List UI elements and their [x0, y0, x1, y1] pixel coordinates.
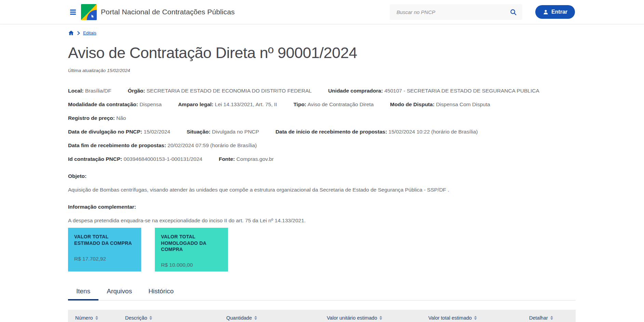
meta-field-local: Local: Brasília/DF	[68, 88, 111, 94]
search-icon	[510, 9, 517, 16]
metadata: Local: Brasília/DF Órgão: SECRETARIA DE …	[68, 88, 576, 162]
search-input[interactable]	[396, 9, 510, 15]
breadcrumb-editais[interactable]: Editais	[83, 30, 96, 36]
meta-row: Data de divulgação no PNCP: 15/02/2024 S…	[68, 129, 576, 135]
sort-icon	[379, 316, 382, 320]
breadcrumb: Editais	[68, 30, 576, 36]
meta-field-orgao: Órgão: SECRETARIA DE ESTADO DE ECONOMIA …	[128, 88, 312, 94]
chevron-right-icon	[77, 31, 80, 35]
meta-label: Id contratação PNCP:	[68, 156, 122, 162]
app-header: Portal Nacional de Contratações Públicas…	[0, 0, 644, 24]
meta-value: Compras.gov.br	[235, 156, 273, 162]
meta-label: Órgão:	[128, 88, 145, 94]
meta-label: Unidade compradora:	[328, 88, 383, 94]
tab-arquivos[interactable]: Arquivos	[98, 288, 140, 300]
tabs: Itens Arquivos Histórico	[68, 288, 576, 300]
meta-label: Data fim de recebimento de propostas:	[68, 142, 166, 148]
search-box	[390, 4, 522, 20]
user-icon	[543, 9, 549, 15]
meta-field-modalidade: Modalidade da contratação: Dispensa	[68, 101, 162, 108]
sort-icon	[95, 316, 98, 320]
meta-row: Modalidade da contratação: Dispensa Ampa…	[68, 101, 576, 108]
meta-row: Local: Brasília/DF Órgão: SECRETARIA DE …	[68, 88, 576, 94]
meta-field-amparo-legal: Amparo legal: Lei 14.133/2021, Art. 75, …	[178, 101, 277, 108]
sort-icon	[474, 316, 477, 320]
meta-value: Divulgada no PNCP	[211, 129, 259, 135]
meta-label: Modo de Disputa:	[390, 101, 434, 107]
column-label: Descrição	[125, 315, 147, 321]
meta-row: Id contratação PNCP: 00394684000153-1-00…	[68, 156, 576, 162]
meta-label: Situação:	[187, 129, 211, 135]
info-complementar-text: A despesa pretendida enquadra-se na exce…	[68, 218, 576, 224]
sort-icon	[254, 316, 257, 320]
meta-value: Lei 14.133/2021, Art. 75, II	[213, 101, 277, 107]
meta-label: Data de divulgação no PNCP:	[68, 129, 142, 135]
objeto-text: Aquisição de Bombas centrífugas, visando…	[68, 187, 576, 193]
column-header-numero[interactable]: Número	[75, 315, 125, 321]
card-title: VALOR TOTAL ESTIMADO DA COMPRA	[74, 234, 134, 246]
sort-icon	[149, 316, 152, 320]
meta-value: Não	[115, 115, 126, 121]
meta-value: Dispensa	[138, 101, 162, 107]
meta-value: 15/02/2024	[142, 129, 170, 135]
card-value: R$ 17.702,92	[74, 256, 135, 262]
objeto-label: Objeto:	[68, 173, 576, 179]
meta-label: Tipo:	[293, 101, 306, 107]
meta-field-fonte: Fonte: Compras.gov.br	[219, 156, 274, 162]
meta-label: Registro de preço:	[68, 115, 115, 121]
column-label: Número	[75, 315, 93, 321]
meta-field-id-contratacao: Id contratação PNCP: 00394684000153-1-00…	[68, 156, 202, 162]
column-header-valor-total[interactable]: Valor total estimado	[428, 315, 529, 321]
search-button[interactable]	[510, 9, 517, 16]
items-table-header: Número Descrição Quantidade Valor unitár…	[68, 310, 576, 322]
meta-field-data-divulgacao: Data de divulgação no PNCP: 15/02/2024	[68, 129, 170, 135]
meta-row: Registro de preço: Não	[68, 115, 576, 121]
column-label: Valor total estimado	[428, 315, 472, 321]
meta-value: Aviso de Contratação Direta	[306, 101, 374, 107]
breadcrumb-home[interactable]	[68, 30, 74, 36]
last-update: Última atualização 15/02/2024	[68, 68, 576, 73]
sort-icon	[550, 316, 553, 320]
meta-value: 15/02/2024 10:22 (horário de Brasília)	[387, 129, 478, 135]
card-title: VALOR TOTAL HOMOLOGADO DA COMPRA	[161, 234, 221, 252]
column-label: Valor unitário estimado	[327, 315, 377, 321]
meta-label: Modalidade da contratação:	[68, 101, 138, 107]
brand-title: Portal Nacional de Contratações Públicas	[101, 8, 235, 16]
cursor-icon	[91, 14, 95, 18]
meta-field-data-inicio-propostas: Data de início de recebimento de propost…	[276, 129, 478, 135]
meta-label: Local:	[68, 88, 84, 94]
meta-field-unidade-compradora: Unidade compradora: 450107 - SECRETARIA …	[328, 88, 539, 94]
meta-value: 450107 - SECRETARIA DE ESTADO DE SEGURAN…	[383, 88, 539, 94]
meta-value: 00394684000153-1-000131/2024	[122, 156, 202, 162]
menu-button[interactable]	[70, 10, 76, 15]
meta-field-situacao: Situação: Divulgada no PNCP	[187, 129, 259, 135]
meta-field-data-fim-propostas: Data fim de recebimento de propostas: 20…	[68, 142, 257, 149]
meta-value: 20/02/2024 07:59 (horário de Brasília)	[166, 142, 257, 148]
meta-value: Dispensa Com Disputa	[434, 101, 490, 107]
column-header-descricao[interactable]: Descrição	[125, 315, 226, 321]
login-button[interactable]: Entrar	[535, 5, 575, 19]
meta-row: Data fim de recebimento de propostas: 20…	[68, 142, 576, 149]
card-valor-total-homologado: VALOR TOTAL HOMOLOGADO DA COMPRA R$ 10.0…	[155, 228, 228, 271]
card-valor-total-estimado: VALOR TOTAL ESTIMADO DA COMPRA R$ 17.702…	[68, 228, 141, 271]
meta-field-modo-disputa: Modo de Disputa: Dispensa Com Disputa	[390, 101, 490, 108]
home-icon	[68, 30, 74, 36]
page-title: Aviso de Contratação Direta nº 90001/202…	[68, 44, 576, 61]
tab-historico[interactable]: Histórico	[140, 288, 182, 300]
pncp-logo[interactable]	[81, 4, 97, 20]
main-content: Editais Aviso de Contratação Direta nº 9…	[68, 30, 576, 322]
column-header-quantidade[interactable]: Quantidade	[226, 315, 327, 321]
meta-label: Amparo legal:	[178, 101, 213, 107]
column-header-valor-unitario[interactable]: Valor unitário estimado	[327, 315, 428, 321]
column-label: Detalhar	[529, 315, 548, 321]
meta-value: SECRETARIA DE ESTADO DE ECONOMIA DO DIST…	[145, 88, 311, 94]
login-label: Entrar	[551, 9, 567, 15]
meta-value: Brasília/DF	[84, 88, 111, 94]
meta-field-tipo: Tipo: Aviso de Contratação Direta	[293, 101, 374, 108]
column-header-detalhar[interactable]: Detalhar	[529, 315, 576, 321]
value-cards: VALOR TOTAL ESTIMADO DA COMPRA R$ 17.702…	[68, 228, 576, 271]
meta-label: Fonte:	[219, 156, 235, 162]
meta-label: Data de início de recebimento de propost…	[276, 129, 387, 135]
meta-field-registro-preco: Registro de preço: Não	[68, 115, 126, 121]
tab-itens[interactable]: Itens	[68, 288, 98, 300]
